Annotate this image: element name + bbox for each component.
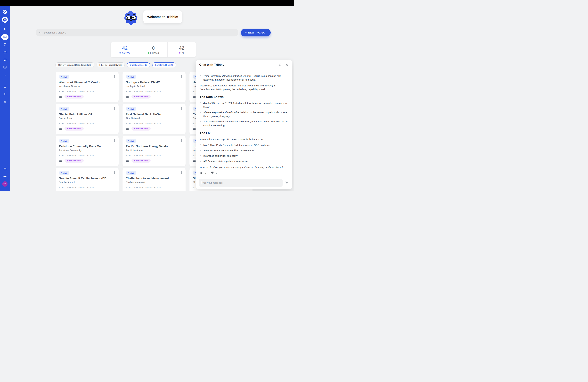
team-icon — [3, 92, 7, 96]
filter-chip-3[interactable]: Longform RFx: 29 — [152, 63, 176, 67]
sidebar-item-projects[interactable] — [1, 34, 8, 40]
project-card[interactable]: ActiveCheltenham Asset ManagementChelten… — [122, 168, 186, 191]
status-badge: Active — [126, 139, 136, 143]
card-menu-button[interactable] — [113, 171, 116, 174]
project-dates: START: 3/26/2026DUE: 4/25/2025 — [126, 186, 182, 189]
project-client: Redstone Community — [59, 149, 115, 152]
chat-close-button[interactable] — [285, 63, 289, 67]
chat-bullet-item: AM Best and state regulatory frameworks — [200, 159, 289, 163]
review-progress-badge: In Review • 0% — [64, 127, 84, 130]
stat-dot-active — [119, 52, 121, 54]
stat-finished[interactable]: 0Finished — [139, 42, 168, 57]
chat-bullet-item: Insurance carrier risk taxonomy — [200, 154, 289, 158]
sidebar-item-help[interactable] — [1, 166, 8, 172]
chat-message-body: Third-Party Risk Management: 38% win rat… — [196, 68, 292, 170]
thumbs-up-count: 0 — [205, 171, 206, 174]
new-project-button[interactable]: + NEW PROJECT — [241, 29, 271, 36]
filter-chip-1[interactable]: Filter by Project Owner — [97, 63, 125, 67]
review-progress-badge: In Review • 0% — [131, 159, 151, 163]
thumbs-up-button[interactable] — [200, 171, 203, 175]
sidebar-item-data[interactable] — [1, 84, 8, 89]
project-card[interactable]: ActiveWestbrook Financial IT VendorWestb… — [55, 72, 119, 102]
project-client: Northgate Federal — [126, 85, 182, 87]
chat-title: Chat with Tribble — [199, 63, 275, 66]
sidebar-item-chat[interactable] — [1, 57, 8, 63]
project-card[interactable]: ActiveRedstone Community Bank TechRedsto… — [55, 136, 119, 166]
project-card[interactable]: ActiveGlacier Point Utilities OTGlacier … — [55, 104, 119, 134]
chat-section-heading: The Data Shows: — [200, 94, 289, 99]
sidebar-item-analytics[interactable] — [1, 72, 8, 77]
welcome-speech-bubble: Welcome to Tribble! — [143, 10, 182, 23]
card-menu-button[interactable] — [113, 107, 116, 110]
search-input[interactable] — [44, 31, 235, 34]
tribble-avatar-icon — [2, 17, 8, 23]
thumbs-down-count: 0 — [216, 171, 217, 174]
sidebar-item-settings[interactable] — [1, 99, 8, 105]
project-card[interactable]: ActiveFirst National Bank FinSecFirst Na… — [122, 104, 186, 134]
chat-history-button[interactable] — [278, 63, 282, 67]
card-menu-button[interactable] — [180, 107, 183, 110]
card-menu-button[interactable] — [180, 75, 183, 78]
stat-value: 0 — [152, 45, 155, 51]
table-icon — [59, 95, 62, 98]
chat-paragraph: Meanwhile, your General Product Features… — [200, 84, 289, 91]
history-icon — [278, 63, 282, 66]
project-client: First National — [126, 117, 182, 120]
project-dates: START: 3/26/2026DUE: 4/25/2025 — [59, 186, 115, 189]
send-message-button[interactable] — [285, 181, 289, 185]
sidebar-item-user[interactable]: TK — [1, 181, 8, 187]
chat-bullet-item: State insurance department filing requir… — [200, 149, 289, 152]
card-menu-button[interactable] — [113, 75, 116, 78]
project-card[interactable]: ActiveGranite Summit Capital InvestorDDG… — [55, 168, 119, 191]
card-menu-button[interactable] — [180, 139, 183, 142]
window-top-bar — [0, 0, 294, 6]
thumbs-down-button[interactable] — [211, 171, 214, 175]
project-dates: START: 3/26/2026DUE: 4/25/2025 — [126, 154, 182, 157]
status-badge: Active — [126, 171, 136, 175]
sidebar-item-team[interactable] — [1, 91, 8, 97]
sidebar-item-handoff[interactable] — [1, 27, 8, 32]
calendar-icon — [3, 50, 7, 54]
project-card[interactable]: ActiveNorthgate Federal CMMCNorthgate Fe… — [122, 72, 186, 102]
review-progress-badge: In Review • 0% — [64, 159, 84, 163]
sidebar-item-tasks[interactable] — [1, 64, 8, 70]
sidebar-item-sync[interactable] — [1, 42, 8, 47]
logo-icon — [2, 9, 8, 15]
chat-input-row — [196, 177, 292, 189]
review-progress-badge: In Review • 0% — [198, 191, 218, 191]
card-menu-button[interactable] — [113, 139, 116, 142]
thumbs-down-icon — [211, 171, 214, 174]
chat-section-heading: The Fix: — [200, 130, 289, 135]
sidebar-item-tribble-avatar[interactable] — [1, 17, 8, 22]
sidebar-item-logout[interactable] — [1, 174, 8, 179]
send-icon — [285, 181, 289, 185]
thumbs-up-icon — [200, 171, 203, 174]
stat-active[interactable]: 42ACTIVE — [111, 42, 139, 57]
sync-icon — [3, 43, 7, 46]
filter-chip-0[interactable]: Sort By: Created Date (latest first) — [55, 63, 94, 67]
tribble-mascot — [123, 9, 140, 26]
project-card[interactable]: ActivePacific Northern Energy VendorPaci… — [122, 136, 186, 166]
chat-bullet-item: NAIC Third-Party Oversight Bulletin inst… — [200, 143, 289, 147]
review-progress-badge: In Review • 0% — [131, 95, 151, 99]
project-title: Cheltenham Asset Management — [126, 177, 182, 180]
chat-message-input[interactable] — [199, 179, 283, 187]
status-badge: Active — [59, 171, 69, 175]
table-icon — [193, 95, 196, 98]
sidebar-item-calendar[interactable] — [1, 49, 8, 55]
chat-input-wrap — [199, 179, 283, 187]
chat-header: Chat with Tribble — [196, 60, 292, 68]
table-icon — [193, 127, 196, 130]
project-client: Granite Summit — [59, 181, 115, 184]
chat-bullet-list: Third-Party Risk Management: 38% win rat… — [200, 74, 289, 82]
filter-chip-2[interactable]: Questionnaire: 13 — [127, 63, 150, 67]
tribble-dashboard: TK Welcome to Tribble! + N — [0, 0, 294, 191]
filter-chips-row: Sort By: Created Date (latest first)Filt… — [55, 63, 176, 67]
card-menu-button[interactable] — [180, 171, 183, 174]
new-project-label: NEW PROJECT — [248, 31, 267, 34]
sidebar-item-logo — [1, 9, 8, 15]
user-avatar[interactable]: TK — [2, 181, 7, 187]
stat-all[interactable]: 42All — [168, 42, 196, 57]
table-icon — [126, 159, 129, 162]
review-progress-badge: In Review • 0% — [64, 191, 84, 191]
